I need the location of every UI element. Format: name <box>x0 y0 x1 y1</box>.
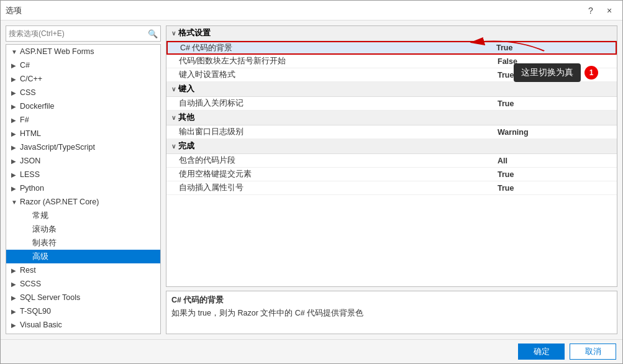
tree-item-label: Visual Basic <box>20 321 62 329</box>
tree-item-label: JSON <box>20 157 40 165</box>
title-controls: ? × <box>583 4 617 17</box>
tree-item-css[interactable]: ▶CSS <box>6 86 160 99</box>
tree-item-razor-scroll[interactable]: 滚动条 <box>6 222 160 236</box>
group-title: 完成 <box>178 141 194 152</box>
tree-item-label: ASP.NET Web Forms <box>20 47 94 56</box>
group-title: 格式设置 <box>178 28 211 39</box>
tree-item-razor-advanced[interactable]: 高级 <box>6 250 160 263</box>
tree-item-rest[interactable]: ▶Rest <box>6 263 160 277</box>
tree-item-python[interactable]: ▶Python <box>6 181 160 195</box>
tooltip-number: 1 <box>584 66 598 80</box>
settings-row[interactable]: 自动插入属性引号True <box>166 181 617 195</box>
tree-item-label: 高级 <box>32 252 48 262</box>
group-chevron-icon: ∨ <box>171 86 176 93</box>
tree-item-label: 常规 <box>32 211 48 221</box>
tooltip-bubble: 这里切换为真 <box>514 63 581 82</box>
tree-item-xaml[interactable]: ▶XAML <box>6 332 160 334</box>
title-bar: 选项 ? × <box>1 1 622 20</box>
chevron-icon: ▶ <box>11 89 20 96</box>
settings-row-label: 代码/图数块左大括号新行开始 <box>166 56 493 66</box>
group-title: 其他 <box>178 112 194 123</box>
settings-row-value: All <box>493 157 617 165</box>
settings-row[interactable]: C# 代码的背景True <box>166 41 617 55</box>
tree-item-dockerfile[interactable]: ▶Dockerfile <box>6 99 160 113</box>
tree-item-aspnet[interactable]: ▼ASP.NET Web Forms <box>6 45 160 58</box>
tree-item-tsql90[interactable]: ▶T-SQL90 <box>6 304 160 318</box>
settings-row[interactable]: 输出窗口日志级别Warning <box>166 125 617 139</box>
dialog-title: 选项 <box>6 5 22 16</box>
cancel-button[interactable]: 取消 <box>570 344 616 360</box>
close-button[interactable]: × <box>601 4 617 17</box>
tree-item-sql-server[interactable]: ▶SQL Server Tools <box>6 291 160 304</box>
tree-item-json[interactable]: ▶JSON <box>6 154 160 168</box>
tree-item-label: T-SQL90 <box>20 307 51 316</box>
tree-item-scss[interactable]: ▶SCSS <box>6 277 160 291</box>
help-button[interactable]: ? <box>583 4 599 17</box>
tree-item-html[interactable]: ▶HTML <box>6 127 160 140</box>
settings-group-other[interactable]: ∨其他 <box>166 111 617 125</box>
tree-item-label: C/C++ <box>20 75 42 83</box>
tree-item-razor[interactable]: ▼Razor (ASP.NET Core) <box>6 195 160 209</box>
tree-item-fsharp[interactable]: ▶F# <box>6 113 160 127</box>
search-icon: 🔍 <box>148 29 158 39</box>
settings-row-label: 输出窗口日志级别 <box>166 127 493 137</box>
settings-row-label: 键入时设置格式 <box>166 70 493 80</box>
settings-group-input[interactable]: ∨键入 <box>166 82 617 97</box>
settings-area: ∨格式设置C# 代码的背景True代码/图数块左大括号新行开始False键入时设… <box>166 25 617 287</box>
tree-item-label: JavaScript/TypeScript <box>20 143 95 152</box>
footer: 确定 取消 <box>1 339 622 363</box>
tree-item-label: Razor (ASP.NET Core) <box>20 198 99 206</box>
options-dialog: 选项 ? × 🔍 ▼ASP.NET Web Forms▶C#▶C/C++▶CSS… <box>0 0 623 364</box>
description-title: C# 代码的背景 <box>171 295 612 306</box>
chevron-icon: ▶ <box>11 103 20 110</box>
chevron-icon: ▶ <box>11 185 20 192</box>
chevron-icon: ▶ <box>11 117 20 124</box>
ok-button[interactable]: 确定 <box>518 344 565 360</box>
settings-row-label: 自动插入关闭标记 <box>166 98 493 109</box>
tree-item-label: SQL Server Tools <box>20 293 80 302</box>
dialog-body: 🔍 ▼ASP.NET Web Forms▶C#▶C/C++▶CSS▶Docker… <box>1 20 622 339</box>
tooltip-container: 这里切换为真 1 <box>514 63 598 82</box>
settings-group-format[interactable]: ∨格式设置 <box>166 26 617 41</box>
tree-item-vb[interactable]: ▶Visual Basic <box>6 318 160 332</box>
left-panel: 🔍 ▼ASP.NET Web Forms▶C#▶C/C++▶CSS▶Docker… <box>6 25 161 334</box>
settings-row-value: True <box>491 43 616 52</box>
tree-item-csharp[interactable]: ▶C# <box>6 58 160 72</box>
settings-row[interactable]: 自动插入关闭标记True <box>166 97 617 111</box>
tree-item-razor-general[interactable]: 常规 <box>6 209 160 222</box>
settings-row-value: True <box>493 99 617 108</box>
chevron-icon: ▶ <box>11 267 20 274</box>
search-input[interactable] <box>9 29 148 38</box>
settings-group-completion[interactable]: ∨完成 <box>166 139 617 154</box>
tree: ▼ASP.NET Web Forms▶C#▶C/C++▶CSS▶Dockerfi… <box>6 44 161 334</box>
group-chevron-icon: ∨ <box>171 114 176 121</box>
tree-item-label: 滚动条 <box>32 224 57 235</box>
tree-item-label: SCSS <box>20 280 41 288</box>
tree-item-label: F# <box>20 116 29 124</box>
search-box[interactable]: 🔍 <box>6 25 161 42</box>
chevron-icon: ▶ <box>11 171 20 178</box>
description-text: 如果为 true，则为 Razor 文件中的 C# 代码提供背景色 <box>171 308 612 319</box>
right-panel: ∨格式设置C# 代码的背景True代码/图数块左大括号新行开始False键入时设… <box>166 25 617 334</box>
tree-item-js-ts[interactable]: ▶JavaScript/TypeScript <box>6 140 160 154</box>
tree-item-label: Dockerfile <box>20 102 55 111</box>
description-area: C# 代码的背景 如果为 true，则为 Razor 文件中的 C# 代码提供背… <box>166 291 617 334</box>
tree-item-cpp[interactable]: ▶C/C++ <box>6 72 160 86</box>
settings-row-label: 使用空格键提交元素 <box>166 169 493 180</box>
chevron-icon: ▶ <box>11 130 20 137</box>
tree-item-razor-tab[interactable]: 制表符 <box>6 236 160 250</box>
chevron-icon: ▶ <box>11 144 20 151</box>
chevron-icon: ▶ <box>11 281 20 288</box>
tree-item-label: Python <box>20 184 44 193</box>
chevron-icon: ▼ <box>11 48 20 55</box>
tree-item-label: C# <box>20 61 30 70</box>
chevron-icon: ▶ <box>11 322 20 329</box>
settings-row[interactable]: 包含的代码片段All <box>166 154 617 168</box>
group-title: 键入 <box>178 84 194 94</box>
settings-row-label: 自动插入属性引号 <box>166 183 493 193</box>
settings-row-value: Warning <box>493 128 617 137</box>
settings-row[interactable]: 使用空格键提交元素True <box>166 168 617 181</box>
tree-item-less[interactable]: ▶LESS <box>6 168 160 181</box>
tree-item-label: 制表符 <box>32 238 57 248</box>
settings-row-label: 包含的代码片段 <box>166 155 493 166</box>
